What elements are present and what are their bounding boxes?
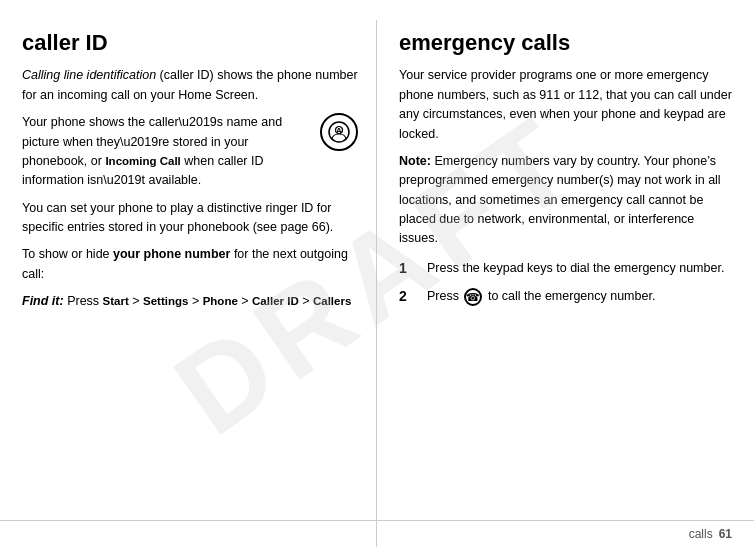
start-keyword: Start: [103, 295, 129, 307]
note-text: Emergency numbers vary by country. Your …: [399, 154, 721, 246]
step-2-press: Press: [427, 289, 462, 303]
footer: calls 61: [0, 520, 754, 547]
icon-container: A: [320, 113, 358, 151]
note-label: Note:: [399, 154, 431, 168]
italic-term: Calling line identification: [22, 68, 156, 82]
step-2-content: Press ☎ to call the emergency number.: [427, 287, 736, 306]
step-1-number: 1: [399, 258, 419, 280]
para-4: To show or hide your phone number for th…: [22, 245, 358, 284]
right-column: emergency calls Your service provider pr…: [377, 20, 754, 547]
step-2: 2 Press ☎ to call the emergency number.: [399, 287, 736, 308]
your-phone-number-bold: your phone number: [113, 247, 230, 261]
callerid-keyword: Caller ID: [252, 295, 299, 307]
note-section: Note: Emergency numbers vary by country.…: [399, 152, 736, 249]
phone-keyword: Phone: [203, 295, 238, 307]
step-1: 1 Press the keypad keys to dial the emer…: [399, 259, 736, 280]
left-section-title: caller ID: [22, 30, 358, 56]
steps-list: 1 Press the keypad keys to dial the emer…: [399, 259, 736, 308]
left-column: caller ID Calling line identification (c…: [0, 20, 377, 547]
svg-text:A: A: [336, 126, 342, 135]
step-1-content: Press the keypad keys to dial the emerge…: [427, 259, 736, 278]
right-section-title: emergency calls: [399, 30, 736, 56]
callers-keyword: Callers: [313, 295, 351, 307]
find-it-section: Find it: Press Start > Settings > Phone …: [22, 292, 358, 311]
step-2-after: to call the emergency number.: [488, 289, 655, 303]
footer-page: 61: [719, 527, 732, 541]
page-container: caller ID Calling line identification (c…: [0, 0, 754, 547]
para-2-text: Your phone shows the caller\u2019s name …: [22, 115, 282, 187]
intro-text: Your service provider programs one or mo…: [399, 66, 736, 144]
caller-id-icon: A: [320, 113, 358, 151]
incoming-call-keyword: Incoming Call: [105, 155, 180, 167]
find-it-label: Find it:: [22, 294, 64, 308]
footer-label: calls: [689, 527, 713, 541]
step-2-number: 2: [399, 286, 419, 308]
call-icon: ☎: [464, 288, 482, 306]
para-3: You can set your phone to play a distinc…: [22, 199, 358, 238]
settings-keyword: Settings: [143, 295, 188, 307]
para-2: A Your phone shows the caller\u2019s nam…: [22, 113, 358, 191]
para-1: Calling line identification (caller ID) …: [22, 66, 358, 105]
find-it-text: Press Start > Settings > Phone > Caller …: [67, 294, 351, 308]
